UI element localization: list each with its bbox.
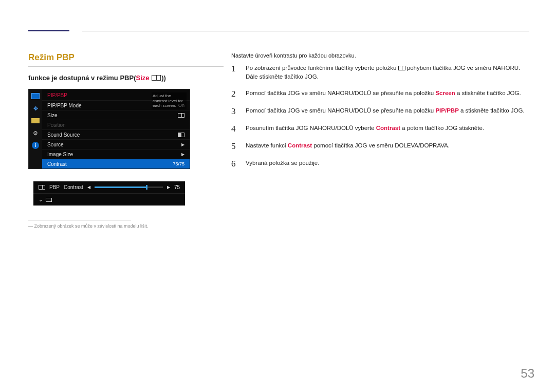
highlight: Screen [435, 90, 455, 96]
step: 1Po zobrazení průvodce funkčními tlačítk… [231, 64, 529, 82]
osd-row[interactable]: Image Size▶ [42, 149, 190, 159]
right-arrow-icon: ▶ [167, 185, 170, 190]
osd-row-value [178, 113, 184, 118]
osd-slider-bar: PBP Contrast ◀ ▶ 75 ⌄ [33, 181, 185, 206]
osd-row[interactable]: Contrast75/75 [42, 159, 190, 169]
page-number: 53 [521, 366, 534, 381]
slider-label: Contrast [64, 184, 83, 190]
osd-row-value [178, 133, 184, 137]
highlight: Contrast [376, 125, 400, 131]
step-text: Posunutím tlačítka JOG NAHORU/DOLŮ vyber… [246, 124, 529, 133]
return-icon [46, 198, 52, 202]
step-number: 6 [231, 159, 238, 169]
step-text: Pomocí tlačítka JOG ve směru NAHORU/DOLŮ… [246, 106, 529, 115]
header-rule [82, 31, 529, 31]
menu-icon [398, 66, 405, 70]
osd-row-label: PIP/PBP Mode [47, 103, 82, 108]
step: 6Vybraná položka se použije. [231, 159, 529, 169]
slider-fill [95, 186, 146, 188]
subheading-size: Size [136, 74, 150, 82]
arrows-icon: ✥ [31, 105, 40, 112]
slider-value: 75 [174, 184, 180, 190]
osd-row-label: Sound Source [47, 132, 80, 138]
slider-prefix: PBP [49, 184, 60, 190]
osd-row-label: Position [47, 122, 66, 128]
step: 3Pomocí tlačítka JOG ve směru NAHORU/DOL… [231, 106, 529, 117]
highlight: PIP/PBP [435, 107, 458, 114]
step-text: Nastavte funkci Contrast pomocí tlačítka… [246, 141, 529, 150]
slider-knob [146, 185, 147, 190]
highlight: Contrast [288, 142, 312, 148]
osd-row[interactable]: Sound Source [42, 129, 190, 139]
osd-row-label: Contrast [47, 161, 67, 167]
osd-menu: ✥ ⚙ i PIP/PBP Adjust the contrast level … [28, 89, 190, 169]
info-icon: i [31, 142, 40, 149]
osd-tooltip: Adjust the contrast level for each scree… [152, 92, 187, 109]
step-number: 4 [231, 124, 238, 134]
pbp-icon [152, 75, 161, 81]
osd-row-value: 75/75 [173, 161, 184, 166]
left-arrow-icon: ◀ [87, 185, 90, 190]
right-column: Nastavte úroveň kontrastu pro každou obr… [231, 52, 529, 176]
section-subheading: funkce je dostupná v režimu PBP(Size )) [28, 74, 224, 82]
step-text: Po zobrazení průvodce funkčními tlačítky… [246, 64, 529, 82]
osd-row[interactable]: Source▶ [42, 139, 190, 149]
step-text: Pomocí tlačítka JOG ve směru NAHORU/DOLŮ… [246, 89, 529, 98]
osd-row-label: Image Size [47, 152, 73, 157]
osd-row-value: ▶ [181, 152, 184, 157]
step-number: 3 [231, 106, 238, 117]
pbp-small-icon [39, 185, 45, 190]
left-column: Režim PBP funkce je dostupná v režimu PB… [28, 52, 224, 229]
header-accent [28, 30, 69, 31]
slider-track[interactable] [95, 186, 163, 188]
footnote: ― Zobrazený obrázek se může v závislosti… [28, 223, 224, 229]
step: 5Nastavte funkci Contrast pomocí tlačítk… [231, 141, 529, 152]
slider-row: PBP Contrast ◀ ▶ 75 [33, 181, 185, 194]
step: 4Posunutím tlačítka JOG NAHORU/DOLŮ vybe… [231, 124, 529, 134]
osd-body: PIP/PBP Adjust the contrast level for ea… [42, 89, 190, 169]
step-text: Vybraná položka se použije. [246, 159, 529, 167]
chevron-down-icon: ⌄ [39, 197, 43, 202]
osd-row-label: Size [47, 113, 57, 118]
osd-sidebar: ✥ ⚙ i [29, 89, 42, 169]
osd-row-value: ▶ [181, 142, 184, 147]
step-number: 1 [231, 64, 238, 74]
step: 2Pomocí tlačítka JOG ve směru NAHORU/DOL… [231, 89, 529, 99]
pip-icon [31, 117, 40, 124]
osd-row[interactable]: Size [42, 110, 190, 120]
step-number: 5 [231, 141, 238, 152]
gear-icon: ⚙ [31, 129, 40, 137]
osd-row[interactable]: Position [42, 120, 190, 129]
monitor-icon [31, 92, 40, 100]
subheading-suffix: )) [161, 74, 166, 82]
step-number: 2 [231, 89, 238, 99]
osd-row-label: Source [47, 142, 64, 147]
intro-text: Nastavte úroveň kontrastu pro každou obr… [231, 52, 529, 59]
steps-list: 1Po zobrazení průvodce funkčními tlačítk… [231, 64, 529, 169]
subheading-prefix: funkce je dostupná v režimu PBP( [28, 74, 136, 82]
slider-bottom-row: ⌄ [33, 194, 185, 206]
footnote-rule [28, 220, 131, 220]
section-heading: Režim PBP [28, 52, 224, 67]
